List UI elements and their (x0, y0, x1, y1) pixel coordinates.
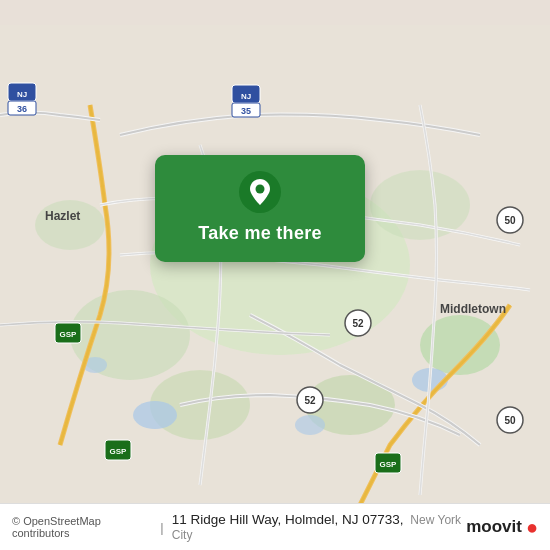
svg-text:36: 36 (17, 104, 27, 114)
address-text: 11 Ridge Hill Way, Holmdel, NJ 07733, Ne… (172, 512, 466, 542)
svg-point-7 (35, 200, 105, 250)
svg-point-10 (295, 415, 325, 435)
svg-point-37 (256, 185, 265, 194)
map-background: NJ 36 NJ 35 GSP GSP GSP 52 52 50 50 Hazl… (0, 0, 550, 550)
copyright-text: © OpenStreetMap contributors (12, 515, 152, 539)
svg-text:Middletown: Middletown (440, 302, 506, 316)
bottom-info: © OpenStreetMap contributors | 11 Ridge … (12, 512, 466, 542)
take-me-there-button[interactable]: Take me there (198, 223, 322, 244)
svg-text:NJ: NJ (241, 92, 251, 101)
svg-text:52: 52 (304, 395, 316, 406)
location-pin-icon (239, 171, 281, 213)
svg-text:50: 50 (504, 215, 516, 226)
svg-text:NJ: NJ (17, 90, 27, 99)
svg-text:GSP: GSP (380, 460, 398, 469)
map-container: NJ 36 NJ 35 GSP GSP GSP 52 52 50 50 Hazl… (0, 0, 550, 550)
svg-text:GSP: GSP (60, 330, 78, 339)
moovit-text: moovit (466, 517, 522, 537)
moovit-dot-icon: ● (526, 516, 538, 539)
svg-text:52: 52 (352, 318, 364, 329)
svg-text:GSP: GSP (110, 447, 128, 456)
svg-point-3 (370, 170, 470, 240)
location-card: Take me there (155, 155, 365, 262)
svg-text:Hazlet: Hazlet (45, 209, 80, 223)
svg-text:35: 35 (241, 106, 251, 116)
moovit-logo: moovit ● (466, 516, 538, 539)
svg-text:50: 50 (504, 415, 516, 426)
svg-point-8 (133, 401, 177, 429)
bottom-bar: © OpenStreetMap contributors | 11 Ridge … (0, 503, 550, 550)
